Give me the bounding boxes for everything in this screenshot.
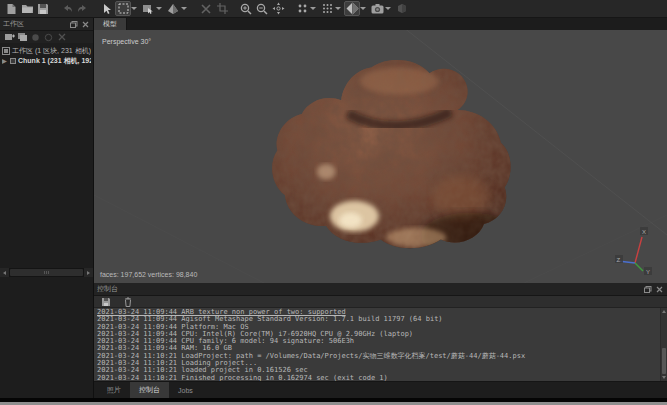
navigation-icon[interactable] [270,1,286,16]
projection-label: Perspective 30° [102,38,151,45]
add-chunk-icon[interactable] [3,32,16,43]
dropdown-caret-icon[interactable] [385,7,391,10]
close-icon[interactable] [80,20,90,29]
dropdown-caret-icon[interactable] [181,7,187,10]
workspace-tree: 工作区 (1 区块, 231 相机) ▶ Chunk 1 (231 相机, 19… [0,43,93,69]
console-log[interactable]: 2021-03-24 11:09:44 ARB_texture_non_powe… [94,308,667,381]
new-document-icon[interactable] [3,1,19,16]
dropdown-caret-icon[interactable] [131,7,137,10]
tree-item-chunk[interactable]: ▶ Chunk 1 (231 相机, 192,897 点) [2,56,91,66]
crop-selection-icon[interactable] [214,1,230,16]
rectangle-selection-icon[interactable] [115,1,131,16]
console-panel: 控制台 2021-03-24 11:09:44 ARB_texture_non_… [94,283,667,398]
workspace-panel: 工作区 工作区 (1 区块, 231 相机) [0,18,94,398]
workspace-root-icon [2,47,10,55]
tab-jobs[interactable]: Jobs [169,382,202,398]
scrollbar-thumb[interactable] [10,269,83,276]
axis-gizmo: X Z Y [615,225,659,277]
zoom-out-icon[interactable] [254,1,270,16]
workspace-horizontal-scrollbar[interactable] [0,268,93,277]
tool-circle2-icon[interactable] [42,32,55,43]
dropdown-caret-icon[interactable] [156,7,162,10]
float-window-icon[interactable] [69,20,79,29]
workspace-panel-title: 工作区 [3,19,68,29]
axis-y-label: Y [646,269,650,275]
tab-photos[interactable]: 照片 [98,382,130,398]
expand-arrow-icon[interactable]: ▶ [2,58,8,64]
window-bottom-edge [0,398,667,405]
redo-icon[interactable] [75,1,91,16]
console-panel-title: 控制台 [97,284,642,294]
select-cursor-icon[interactable] [99,1,115,16]
dropdown-caret-icon[interactable] [335,7,341,10]
camera-view-icon[interactable] [369,1,385,16]
model-stats: faces: 197,652 vertices: 98,840 [100,271,197,278]
save-icon[interactable] [35,1,51,16]
model-shaded-icon[interactable] [344,1,360,16]
scroll-down-arrow-icon[interactable] [662,376,666,379]
scrollbar-thumb[interactable] [662,348,666,374]
point-cloud-icon[interactable] [294,1,310,16]
remove-item-icon[interactable] [55,32,68,43]
gradual-selection-icon[interactable] [165,1,181,16]
console-panel-header: 控制台 [94,283,667,296]
tree-item-label: 工作区 (1 区块, 231 相机) [12,46,91,56]
scroll-right-arrow-icon[interactable] [84,268,93,277]
free-form-selection-icon[interactable] [140,1,156,16]
close-icon[interactable] [654,285,664,294]
save-log-icon[interactable] [98,294,114,309]
tab-model[interactable]: 模型 [94,18,127,30]
dropdown-caret-icon[interactable] [310,7,316,10]
main-toolbar [0,0,667,18]
dropdown-caret-icon[interactable] [360,7,366,10]
scroll-left-arrow-icon[interactable] [0,268,9,277]
main-area: 模型 Perspective 30° [94,18,667,398]
tree-item-workspace-root[interactable]: 工作区 (1 区块, 231 相机) [2,46,91,56]
console-toolbar [94,296,667,308]
axis-x-label: X [642,229,646,235]
model-viewport[interactable]: Perspective 30° [94,30,667,283]
tree-item-label: Chunk 1 (231 相机, 192,897 点) [18,56,91,66]
workspace-panel-header: 工作区 [0,18,93,31]
add-photos-icon[interactable] [16,32,29,43]
scroll-up-arrow-icon[interactable] [662,310,666,313]
metashape-window: 工作区 工作区 (1 区块, 231 相机) [0,0,667,405]
console-vertical-scrollbar[interactable] [660,308,667,381]
tool-circle-icon[interactable] [29,32,42,43]
undo-icon[interactable] [59,1,75,16]
open-folder-icon[interactable] [19,1,35,16]
zoom-in-icon[interactable] [238,1,254,16]
workspace-toolbar [0,31,93,43]
delete-selection-icon[interactable] [198,1,214,16]
truffle-3d-model [268,54,514,252]
axis-z-label: Z [617,257,621,263]
viewport-tabbar: 模型 [94,18,667,30]
dense-cloud-icon[interactable] [319,1,335,16]
float-window-icon[interactable] [643,285,653,294]
bottom-tabbar: 照片 控制台 Jobs [94,381,667,398]
tab-console[interactable]: 控制台 [130,382,169,398]
texture-view-icon[interactable] [394,1,410,16]
chunk-checkbox[interactable] [10,58,16,64]
clear-log-icon[interactable] [120,294,136,309]
